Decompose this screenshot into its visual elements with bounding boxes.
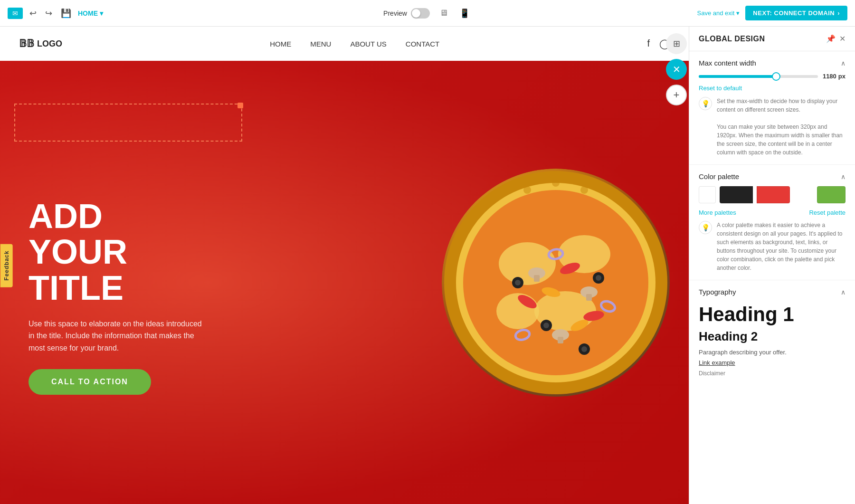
slider-unit: px [838,73,846,80]
heading1-preview: Heading 1 [699,304,846,325]
nav-link-contact[interactable]: CONTACT [406,40,439,48]
width-info-row: 💡 Set the max-width to decide how to dis… [699,97,846,157]
site-logo[interactable]: 𝔹𝔹 LOGO [19,38,62,50]
nav-link-home[interactable]: HOME [270,40,291,48]
side-tools: ⊞ ✕ + [666,33,687,105]
svg-point-3 [499,242,556,285]
swatch-green[interactable] [817,186,846,203]
main-layout: Feedback 𝔹𝔹 LOGO HOME MENU ABOUT US CONT… [0,27,855,504]
typography-header[interactable]: Typography ∧ [699,288,846,296]
toolbar-left: ↩ ↪ 💾 HOME ▾ [8,6,284,20]
width-info-text: Set the max-width to decide how to displ… [717,97,846,157]
panel-header: GLOBAL DESIGN 📌 ✕ [689,27,855,51]
panel-title: GLOBAL DESIGN [699,35,765,43]
swatch-black[interactable] [720,186,753,203]
canvas-area: Feedback 𝔹𝔹 LOGO HOME MENU ABOUT US CONT… [0,27,689,504]
svg-point-19 [515,280,521,285]
toolbar: ↩ ↪ 💾 HOME ▾ Preview 🖥 📱 Save and exit ▾… [0,0,855,27]
pin-panel-button[interactable]: 📌 [826,34,836,43]
toolbar-center: Preview 🖥 📱 [289,6,565,20]
heading2-preview: Heading 2 [699,329,846,344]
link-preview[interactable]: Link example [699,359,846,366]
logo-text: LOGO [37,39,62,49]
info-icon: 💡 [699,97,712,110]
preview-switch[interactable] [411,8,430,19]
palette-section-header[interactable]: Color palette ∧ [699,172,846,181]
svg-point-2 [463,190,648,375]
swatch-red[interactable] [757,186,790,203]
palette-chevron-icon: ∧ [841,173,846,181]
logo-bb-icon: 𝔹𝔹 [19,38,34,50]
add-element-button[interactable]: + [666,85,687,105]
facebook-icon[interactable]: f [647,38,650,49]
svg-rect-12 [558,337,563,343]
save-exit-button[interactable]: Save and exit ▾ [697,10,740,17]
preview-toggle: Preview [383,8,430,19]
email-icon[interactable] [8,8,23,19]
svg-point-29 [552,179,560,187]
desktop-view-button[interactable]: 🖥 [437,6,450,20]
preview-label: Preview [383,10,407,17]
svg-point-23 [543,323,549,328]
right-panel: GLOBAL DESIGN 📌 ✕ Max content width ∧ 11… [689,27,855,504]
close-panel-btn[interactable]: ✕ [839,34,846,43]
pizza-image [442,169,670,397]
palette-info-row: 💡 A color palette makes it easier to ach… [699,221,846,272]
slider-row: 1180 px [699,73,846,80]
max-width-section: Max content width ∧ 1180 px Reset to def… [689,51,855,165]
next-domain-button[interactable]: NEXT: CONNECT DOMAIN › [745,6,847,20]
site-nav-links: HOME MENU ABOUT US CONTACT [270,40,439,48]
slider-fill [699,75,776,78]
dropdown-arrow: ▾ [100,10,103,17]
site-structure-button[interactable]: ⊞ [666,33,687,54]
chevron-up-icon: ∧ [841,59,846,67]
cta-button[interactable]: CALL TO ACTION [28,369,151,395]
mobile-view-button[interactable]: 📱 [457,6,472,20]
slider-number: 1180 [823,73,836,80]
save-button[interactable]: 💾 [59,6,73,20]
svg-point-25 [581,346,587,352]
hero-section[interactable]: ADD YOUR TITLE Use this space to elabora… [0,61,689,504]
svg-point-30 [523,186,531,194]
website-preview: 𝔹𝔹 LOGO HOME MENU ABOUT US CONTACT f ◯ [0,27,689,504]
redo-button[interactable]: ↪ [43,6,54,20]
disclaimer-preview: Disclaimer [699,370,846,377]
svg-rect-8 [534,275,540,282]
site-navbar: 𝔹𝔹 LOGO HOME MENU ABOUT US CONTACT f ◯ [0,27,689,61]
svg-rect-10 [586,294,592,301]
hero-content: ADD YOUR TITLE Use this space to elabora… [0,151,238,414]
reset-palette-link[interactable]: Reset palette [809,209,846,216]
palette-label: Color palette [699,172,739,181]
svg-point-21 [596,275,601,281]
slider-thumb[interactable] [772,72,780,81]
paragraph-preview: Paragraph describing your offer. [699,348,846,357]
reset-default-link[interactable]: Reset to default [699,85,742,92]
typography-chevron-icon: ∧ [841,288,846,296]
undo-button[interactable]: ↩ [28,6,38,20]
typography-label: Typography [699,288,736,296]
toolbar-right: Save and exit ▾ NEXT: CONNECT DOMAIN › [571,6,847,20]
svg-point-31 [580,186,588,194]
more-palettes-link[interactable]: More palettes [699,209,736,216]
width-slider[interactable] [699,75,818,78]
toggle-knob [412,9,420,18]
swatch-white[interactable] [699,186,716,203]
home-label: HOME [78,10,98,17]
home-dropdown[interactable]: HOME ▾ [78,10,103,17]
svg-point-6 [496,293,539,329]
nav-link-about[interactable]: ABOUT US [350,40,386,48]
hero-subtitle[interactable]: Use this space to elaborate on the ideas… [28,318,209,354]
palette-links: More palettes Reset palette [699,209,846,216]
palette-swatches [699,186,846,203]
palette-info-icon: 💡 [699,221,712,234]
color-palette-section: Color palette ∧ More palettes Reset pale… [689,165,855,280]
panel-header-icons: 📌 ✕ [826,34,846,43]
close-panel-button[interactable]: ✕ [666,59,687,80]
max-width-header[interactable]: Max content width ∧ [699,59,846,67]
palette-info-text: A color palette makes it easier to achie… [717,221,846,272]
hero-title[interactable]: ADD YOUR TITLE [28,199,209,306]
typography-section: Typography ∧ Heading 1 Heading 2 Paragra… [689,280,855,384]
nav-link-menu[interactable]: MENU [310,40,331,48]
slider-value: 1180 px [823,73,846,80]
feedback-tab[interactable]: Feedback [0,244,13,287]
